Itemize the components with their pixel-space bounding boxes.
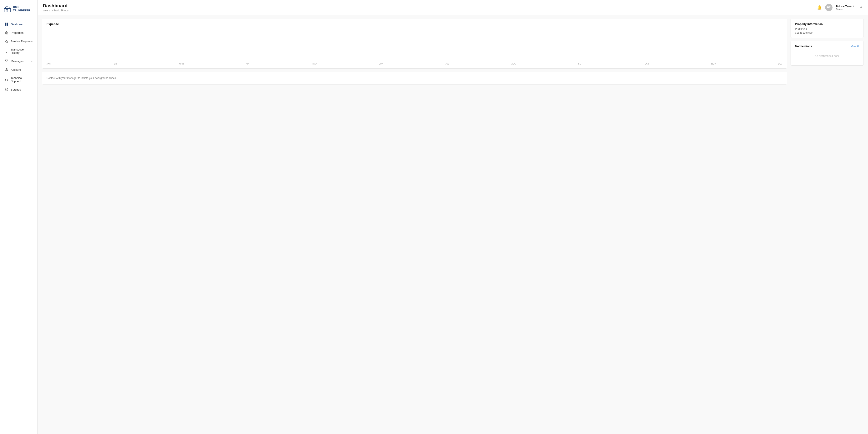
svg-rect-8 [5, 50, 8, 52]
svg-rect-3 [7, 23, 8, 24]
svg-point-15 [6, 89, 7, 90]
month-apr: APR [246, 63, 250, 65]
expense-card-title: Expense [46, 22, 782, 26]
logo-text: OME TRUMPETER [13, 5, 34, 12]
sidebar-item-settings[interactable]: Settings ⌄ [1, 86, 36, 94]
property-info-card: Property Information Property 2 315 E 12… [790, 19, 864, 38]
logout-icon[interactable]: ⮕ [859, 6, 863, 9]
sidebar-item-properties[interactable]: Properties [1, 29, 36, 37]
sidebar-item-label-account: Account [11, 68, 21, 71]
sidebar-item-transaction-history[interactable]: Transaction History [1, 46, 36, 57]
monitor-icon [5, 49, 9, 53]
month-jul: JUL [445, 63, 449, 65]
property-info-title: Property Information [795, 22, 859, 26]
header: Dashboard Welcome back, Prince 🔔 PT Prin… [38, 0, 868, 15]
main-content: Dashboard Welcome back, Prince 🔔 PT Prin… [38, 0, 868, 434]
expense-card: Expense JAN FEB MAR APR MAY JUN JUL AUG … [42, 19, 787, 69]
month-oct: OCT [645, 63, 649, 65]
settings-chevron-icon: ⌄ [31, 89, 33, 91]
sidebar-item-label-dashboard: Dashboard [11, 23, 25, 26]
notifications-header: Notifications View All [795, 44, 859, 48]
svg-rect-4 [5, 24, 6, 26]
sidebar-item-account[interactable]: Account ⌄ [1, 66, 36, 74]
sidebar-item-messages[interactable]: Messages ⌄ [1, 57, 36, 65]
sidebar-item-dashboard[interactable]: Dashboard [1, 20, 36, 28]
user-icon [5, 68, 9, 72]
home-trumpeter-logo-icon [3, 5, 11, 13]
month-jun: JUN [379, 63, 383, 65]
user-info: Prince Tenant Tenant [836, 5, 854, 10]
main-panel: Expense JAN FEB MAR APR MAY JUN JUL AUG … [42, 19, 787, 431]
sidebar-item-label-service-requests: Service Requests [11, 40, 33, 43]
header-right: 🔔 PT Prince Tenant Tenant ⮕ [817, 4, 863, 11]
page-subtitle: Welcome back, Prince [43, 9, 68, 12]
month-may: MAY [312, 63, 317, 65]
notification-bell-icon[interactable]: 🔔 [817, 5, 822, 10]
svg-rect-7 [6, 33, 7, 34]
background-check-card: Contact with your manager to initiate yo… [42, 72, 787, 85]
right-panel: Property Information Property 2 315 E 12… [790, 19, 864, 431]
home-icon [5, 31, 9, 35]
content-area: Expense JAN FEB MAR APR MAY JUN JUL AUG … [38, 15, 868, 434]
user-role: Tenant [836, 8, 854, 10]
sidebar: OME TRUMPETER Dashboard Properties Servi… [0, 0, 38, 434]
svg-rect-1 [6, 9, 8, 12]
view-all-link[interactable]: View All [851, 45, 859, 47]
svg-rect-5 [7, 24, 8, 26]
background-check-message: Contact with your manager to initiate yo… [46, 76, 117, 79]
property-address: 315 E 12th Ave [795, 31, 859, 34]
message-icon [5, 59, 9, 63]
month-dec: DEC [778, 63, 782, 65]
sidebar-item-label-transaction-history: Transaction History [11, 48, 33, 55]
chart-x-axis: JAN FEB MAR APR MAY JUN JUL AUG SEP OCT … [46, 63, 782, 65]
month-sep: SEP [578, 63, 583, 65]
month-mar: MAR [179, 63, 184, 65]
layers-icon [5, 39, 9, 43]
sidebar-item-label-settings: Settings [11, 88, 21, 91]
notifications-title: Notifications [795, 44, 812, 48]
month-jan: JAN [46, 63, 51, 65]
settings-icon [5, 88, 9, 91]
month-aug: AUG [511, 63, 516, 65]
month-nov: NOV [711, 63, 716, 65]
sidebar-item-label-properties: Properties [11, 31, 24, 34]
property-name: Property 2 [795, 27, 859, 30]
sidebar-item-label-messages: Messages [11, 60, 24, 63]
no-notifications-message: No Notification Found [795, 50, 859, 62]
month-feb: FEB [113, 63, 117, 65]
sidebar-navigation: Dashboard Properties Service Requests Tr… [0, 17, 37, 96]
avatar: PT [825, 4, 833, 11]
svg-point-12 [6, 68, 7, 70]
messages-chevron-icon: ⌄ [31, 60, 33, 62]
svg-rect-0 [4, 8, 10, 12]
sidebar-item-label-technical-support: Technical Support [11, 76, 33, 83]
svg-rect-13 [5, 80, 6, 81]
user-name: Prince Tenant [836, 5, 854, 8]
svg-rect-14 [7, 80, 8, 81]
header-left: Dashboard Welcome back, Prince [43, 3, 68, 12]
notifications-card: Notifications View All No Notification F… [790, 41, 864, 66]
headset-icon [5, 78, 9, 81]
svg-rect-11 [5, 60, 8, 62]
sidebar-logo: OME TRUMPETER [0, 0, 37, 17]
page-title: Dashboard [43, 3, 68, 9]
sidebar-item-technical-support[interactable]: Technical Support [1, 74, 36, 85]
account-chevron-icon: ⌄ [31, 69, 33, 71]
grid-icon [5, 22, 9, 26]
svg-rect-2 [5, 23, 6, 24]
expense-chart-area: JAN FEB MAR APR MAY JUN JUL AUG SEP OCT … [46, 28, 782, 65]
sidebar-item-service-requests[interactable]: Service Requests [1, 37, 36, 45]
